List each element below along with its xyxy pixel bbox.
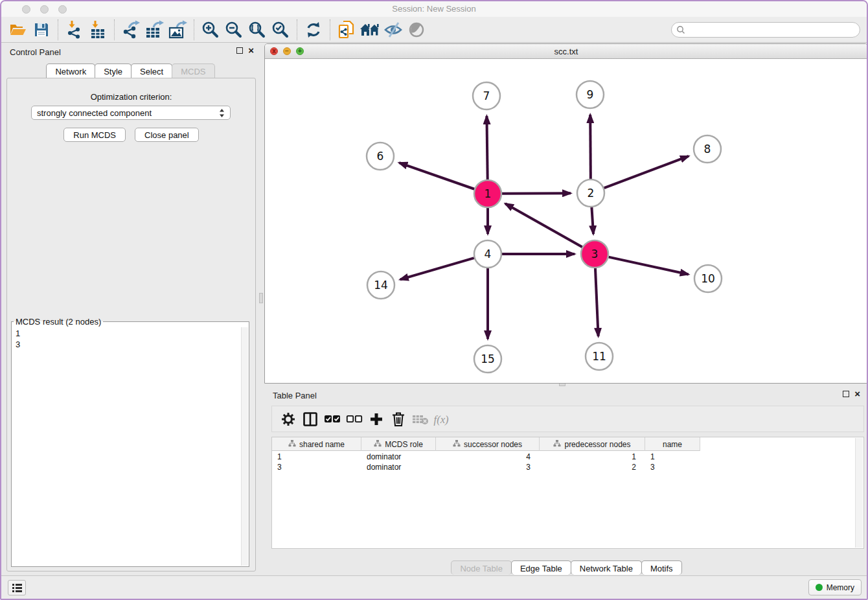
memory-button[interactable]: Memory — [808, 579, 862, 595]
selected-criterion: strongly connected component — [37, 108, 219, 118]
close-table-panel-icon[interactable]: × — [854, 390, 860, 397]
table-toolbar-button-select-all[interactable] — [323, 410, 342, 429]
graph-edge-4-14[interactable] — [400, 258, 474, 279]
toolbar-button-zoom-selected[interactable] — [269, 19, 292, 41]
close-panel-button[interactable]: Close panel — [135, 128, 199, 142]
table-cell[interactable]: 3 — [272, 463, 361, 472]
node-label: 10 — [701, 272, 715, 285]
graph-edge-1-2[interactable] — [502, 193, 571, 194]
table-cell[interactable]: dominator — [361, 452, 436, 461]
toolbar-button-home-network[interactable] — [358, 19, 382, 41]
table-cell[interactable]: 1 — [645, 452, 700, 461]
column-header-MCDS-role[interactable]: MCDS role — [361, 437, 436, 451]
export-table-icon — [144, 20, 164, 40]
graph-node-10[interactable]: 10 — [694, 265, 722, 292]
table-toolbar-button-deselect-all[interactable] — [345, 410, 364, 429]
tab-network-table[interactable]: Network Table — [571, 560, 642, 575]
table-row[interactable]: 3dominator323 — [272, 462, 854, 472]
table-cell[interactable]: 2 — [540, 463, 645, 472]
task-history-button[interactable] — [8, 580, 26, 595]
graph-node-8[interactable]: 8 — [694, 135, 721, 163]
table-cell[interactable]: dominator — [361, 463, 436, 472]
graph-node-3[interactable]: 3 — [581, 240, 608, 268]
column-header-predecessor-nodes[interactable]: predecessor nodes — [540, 437, 645, 451]
tab-style[interactable]: Style — [95, 63, 131, 78]
tab-edge-table[interactable]: Edge Table — [511, 560, 571, 575]
table-toolbar-button-settings-gear[interactable] — [279, 410, 298, 429]
table-scrollbar[interactable] — [855, 438, 863, 548]
table-toolbar-button-delete-column[interactable] — [389, 410, 408, 429]
graph-node-6[interactable]: 6 — [367, 143, 394, 170]
column-header-name[interactable]: name — [645, 437, 700, 451]
select-all-icon — [324, 414, 341, 424]
toolbar-button-save-session[interactable] — [30, 19, 53, 41]
toolbar-button-zoom-out[interactable] — [222, 19, 246, 41]
graph-edge-1-6[interactable] — [399, 163, 474, 189]
toolbar-button-zoom-in[interactable] — [199, 19, 222, 41]
table-cell[interactable]: 1 — [272, 452, 361, 461]
toolbar-button-open-file[interactable] — [6, 19, 30, 41]
table-toolbar-button-column-sizing[interactable] — [301, 410, 320, 429]
control-panel-tabs: NetworkStyleSelectMCDS — [1, 63, 259, 78]
tab-node-table[interactable]: Node Table — [451, 560, 512, 575]
tab-network[interactable]: Network — [46, 63, 95, 78]
toolbar-button-import-network[interactable] — [63, 19, 86, 41]
toolbar-button-export-table[interactable] — [143, 19, 166, 41]
graph-node-9[interactable]: 9 — [577, 81, 604, 108]
save-session-icon — [33, 21, 50, 38]
tab-mcds[interactable]: MCDS — [172, 63, 214, 78]
optimization-criterion-select[interactable]: strongly connected component — [31, 106, 231, 120]
graph-node-4[interactable]: 4 — [474, 240, 501, 268]
graph-node-15[interactable]: 15 — [474, 345, 501, 373]
run-mcds-button[interactable]: Run MCDS — [63, 128, 126, 142]
network-window-titlebar[interactable]: x − + scc.txt — [265, 44, 867, 59]
network-window-title: scc.txt — [265, 47, 867, 56]
column-header-shared-name[interactable]: shared name — [272, 437, 361, 451]
tab-motifs[interactable]: Motifs — [641, 560, 682, 575]
table-toolbar-button-delete-table — [411, 410, 430, 429]
graph-node-14[interactable]: 14 — [367, 271, 394, 299]
search-box[interactable] — [671, 22, 860, 38]
graph-edge-2-3[interactable] — [591, 207, 593, 234]
table-cell[interactable]: 3 — [436, 463, 540, 472]
table-cell[interactable]: 3 — [645, 463, 700, 472]
graph-edge-2-8[interactable] — [604, 156, 689, 188]
graph-edge-3-11[interactable] — [595, 268, 599, 336]
zoom-selected-icon — [271, 21, 290, 39]
table-cell[interactable]: 4 — [436, 452, 540, 461]
table-header-row: shared nameMCDS rolesuccessor nodesprede… — [272, 437, 700, 451]
toolbar-button-duplicate-network[interactable] — [335, 19, 358, 41]
toolbar-button-hide-selected[interactable] — [382, 19, 405, 41]
toolbar-button-import-table[interactable] — [86, 19, 109, 41]
toolbar-button-export-network[interactable] — [119, 19, 143, 41]
table-row[interactable]: 1dominator411 — [272, 452, 854, 462]
float-table-panel-icon[interactable] — [843, 391, 849, 397]
search-input[interactable] — [686, 24, 860, 36]
close-panel-icon[interactable]: × — [248, 47, 254, 54]
vertical-splitter-handle[interactable] — [259, 293, 263, 303]
column-header-successor-nodes[interactable]: successor nodes — [436, 437, 540, 451]
graph-edge-1-7[interactable] — [486, 116, 487, 179]
mcds-panel: Optimization criterion: strongly connect… — [6, 78, 256, 571]
tab-select[interactable]: Select — [131, 63, 172, 78]
table-toolbar-button-add-column[interactable] — [367, 410, 386, 429]
graph-edge-2-9[interactable] — [590, 115, 591, 179]
node-label: 1 — [485, 187, 492, 200]
toolbar-button-zoom-fit[interactable] — [246, 19, 269, 41]
toolbar-button-export-image[interactable] — [166, 19, 189, 41]
float-panel-icon[interactable] — [236, 47, 243, 54]
graph-node-2[interactable]: 2 — [577, 179, 604, 207]
graph-node-7[interactable]: 7 — [473, 82, 500, 110]
table-panel: Table Panel × f(x) shared nameMCDS roles… — [264, 387, 868, 577]
network-canvas[interactable]: 7968124314101511 — [265, 59, 867, 383]
app-titlebar: Session: New Session — [1, 1, 867, 17]
window-title: Session: New Session — [1, 4, 867, 14]
toolbar-button-refresh[interactable] — [302, 19, 325, 41]
result-scrollbar[interactable] — [241, 327, 248, 566]
graph-node-11[interactable]: 11 — [586, 343, 613, 370]
graph-edge-3-10[interactable] — [608, 257, 688, 275]
hierarchy-icon — [453, 440, 461, 447]
table-cell[interactable]: 1 — [540, 452, 645, 461]
graph-edge-3-1[interactable] — [505, 203, 582, 247]
graph-node-1[interactable]: 1 — [474, 180, 501, 207]
